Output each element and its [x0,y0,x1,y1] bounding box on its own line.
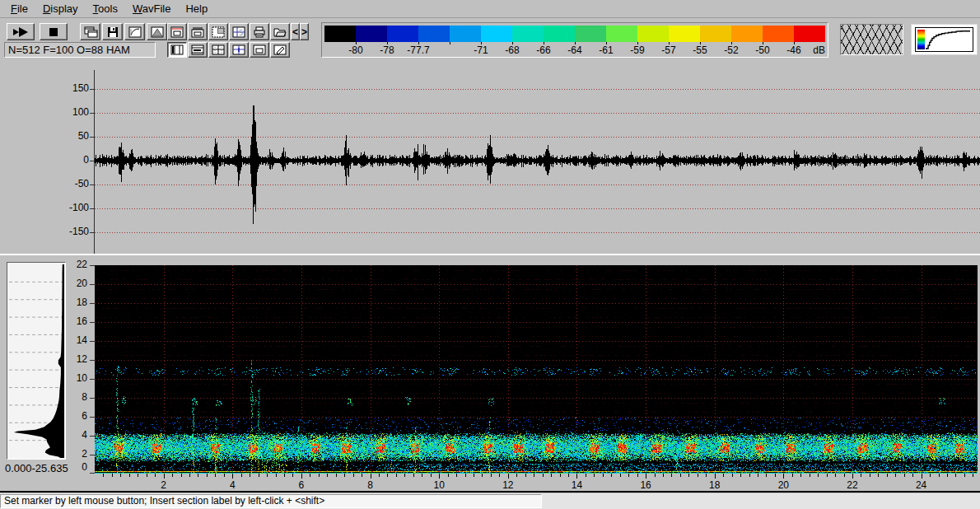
spectrogram-x-tick [810,474,810,477]
display-window-button[interactable] [167,23,187,40]
spectrogram-x-tick [930,474,931,477]
save-button[interactable] [102,23,123,40]
spectrogram-x-tick [456,474,457,477]
layout-vertical-bars-button[interactable] [167,42,187,58]
spectrogram-x-tick [301,474,302,479]
open-file-button[interactable] [270,23,290,40]
spectrogram-x-tick [758,474,758,477]
spectrogram-x-tick [525,474,526,477]
color-scale-segment [637,26,669,42]
spectrogram-y-label: 18 [54,297,87,308]
transfer-curve-button[interactable] [124,23,145,40]
spectrogram-x-tick [551,474,552,477]
spectrogram-x-tick [912,474,913,477]
color-scale-label: -80 [348,44,362,56]
color-scale-tick [606,42,607,44]
waveform-y-label: -150 [56,226,89,237]
color-scale-label: -64 [567,44,581,56]
spectrogram-y-label: 22 [54,259,87,270]
layout-inner-window-button[interactable] [250,42,269,58]
waveform-bottom-edge [0,254,980,255]
spectrogram-y-label: 14 [54,334,87,346]
cascade-windows-button[interactable] [80,23,100,40]
menu-display[interactable]: Display [35,1,86,16]
print-button[interactable] [250,23,269,40]
waveform-plot[interactable] [95,70,980,254]
color-scale-segment [731,26,763,42]
transfer-function-box [915,27,973,52]
play-button[interactable] [7,23,35,40]
transfer-curve-plot [916,28,973,51]
spectrogram-x-tick [189,474,190,477]
spectrogram-x-tick [267,474,268,477]
app-window: File Display Tools WavFile Help N=512 F=… [0,0,980,509]
waveform-y-label: 100 [56,106,89,118]
color-scale-segment [669,26,700,42]
spectrogram-x-tick [568,474,569,477]
spectrogram-x-tick [628,474,629,477]
peak-window-button[interactable] [147,23,167,40]
color-scale-label: -59 [630,44,644,56]
layout-grid-cross-button[interactable] [208,42,228,58]
spectrogram-x-tick [603,474,604,477]
edit-labels-button[interactable] [270,42,290,58]
cascade-windows-icon [83,26,98,38]
spectrogram-x-tick [138,474,138,477]
layout-grid-plus-button[interactable] [229,42,249,58]
color-scale-panel: -80-78-77.7-71-68-66-64-61-59-57-55-52-5… [321,22,828,58]
color-scale-label: -52 [724,44,738,56]
analysis-settings-field: N=512 F=100 O=88 HAM [4,42,156,58]
comb-window-icon [191,26,204,38]
spectrogram-x-tick [749,474,750,477]
color-scale-tick [387,42,388,44]
spectrogram-x-tick [232,474,233,479]
spectrogram-x-label: 4 [230,479,236,491]
comb-window-button[interactable] [188,23,208,40]
spectrogram-plot[interactable] [95,265,978,474]
spectrogram-y-label: 6 [54,410,87,422]
spectrogram-x-tick [732,474,733,477]
color-scale-tick [512,42,513,44]
color-scale-segment [356,26,387,42]
spectrogram-x-label: 16 [640,479,651,491]
color-scale-label: -77.7 [407,44,429,56]
spectrogram-x-tick [112,474,113,477]
color-scale-label: -46 [786,44,800,56]
next-button[interactable]: > [300,23,309,40]
menu-help[interactable]: Help [178,1,215,16]
color-scale-label: -78 [380,44,394,56]
edit-pencil-icon [273,44,287,55]
spectrogram-x-tick [964,474,965,477]
vertical-bars-icon [170,44,184,55]
color-scale-segment [512,26,544,42]
color-scale-tick [418,42,419,44]
selection-window-button[interactable] [208,23,228,40]
spectrogram-x-tick [688,474,689,477]
menu-wavfile[interactable]: WavFile [125,1,178,16]
spectrogram-y-label: 20 [54,278,87,289]
scale-grid-button[interactable]: S [229,23,249,40]
waveform-y-label: -50 [56,178,89,189]
layout-horizontal-lines-button[interactable] [188,42,208,58]
color-scale-tick [356,42,357,44]
spectrogram-x-tick [783,474,784,479]
prev-button[interactable]: < [291,23,300,40]
waveform-y-label: -100 [56,202,89,213]
spectrogram-x-tick [740,474,741,477]
play-icon [11,26,30,38]
color-scale-tick [669,42,670,44]
spectrogram-x-tick [792,474,793,477]
spectrogram-x-tick [327,474,328,477]
prev-icon: < [292,27,298,37]
stop-button[interactable] [40,23,68,40]
selection-window-icon [212,26,225,38]
spectrogram-x-tick [164,474,165,479]
spectrogram-x-tick [155,474,156,477]
menu-file[interactable]: File [3,1,35,16]
menu-tools[interactable]: Tools [86,1,125,16]
spectrogram-x-tick [775,474,776,477]
spectrogram-x-tick [973,474,973,477]
spectrogram-x-tick [379,474,380,477]
status-bar: Set marker by left mouse button; Insert … [0,493,980,509]
spectrogram-x-tick [715,474,716,479]
